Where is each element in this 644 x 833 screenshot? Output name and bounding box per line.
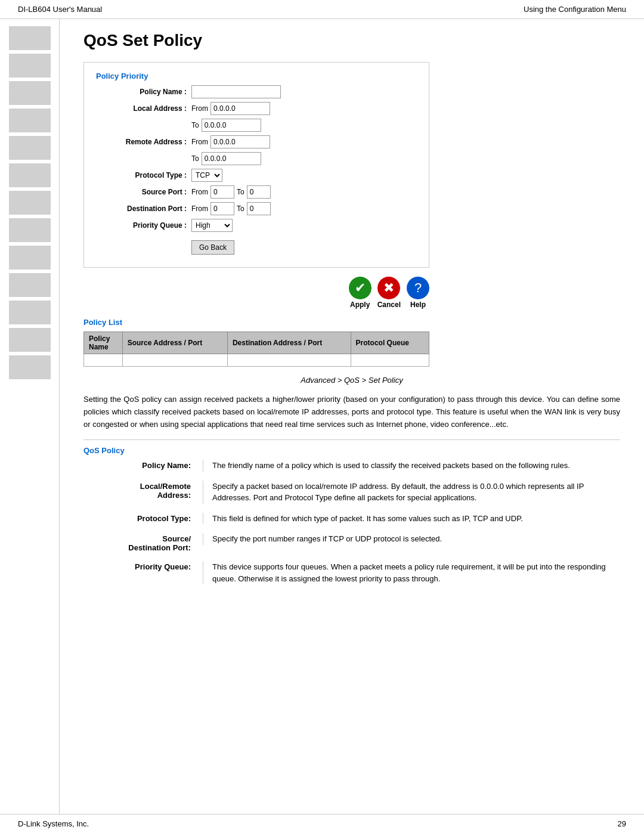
- page-footer: D-Link Systems, Inc. 29: [0, 814, 644, 833]
- policy-list-table: PolicyName Source Address / Port Destina…: [83, 332, 429, 367]
- field-priority-queue: Priority Queue: This device supports fou…: [83, 561, 620, 584]
- sidebar-block-12: [9, 328, 51, 352]
- local-address-label: Local Address :: [96, 104, 191, 113]
- field-local-remote-address: Local/RemoteAddress: Specify a packet ba…: [83, 481, 620, 504]
- sidebar-block-13: [9, 355, 51, 379]
- field-source-dest-desc: Specify the port number ranges if TCP or…: [203, 533, 620, 545]
- sidebar-block-7: [9, 191, 51, 215]
- field-protocol-type: Protocol Type: This field is defined for…: [83, 513, 620, 525]
- footer-left: D-Link Systems, Inc.: [18, 819, 89, 828]
- local-address-from-input[interactable]: [210, 102, 270, 115]
- destination-port-row: Destination Port : From To: [96, 202, 417, 215]
- col-policy-name: PolicyName: [84, 332, 123, 354]
- local-address-to-row: To: [96, 119, 417, 132]
- source-port-to-input[interactable]: [247, 185, 271, 199]
- apply-label: Apply: [350, 301, 370, 309]
- divider: [83, 439, 620, 440]
- breadcrumb: Advanced > QoS > Set Policy: [83, 376, 620, 385]
- policy-name-label: Policy Name :: [96, 88, 191, 96]
- sidebar-block-4: [9, 109, 51, 132]
- local-address-from-row: Local Address : From: [96, 102, 417, 115]
- local-address-to-group: To: [191, 119, 261, 132]
- form-section-title: Policy Priority: [96, 72, 417, 80]
- field-source-dest-label: Source/Destination Port:: [83, 533, 203, 552]
- field-protocol-type-desc: This field is defined for which type of …: [203, 513, 620, 525]
- destination-port-label: Destination Port :: [96, 205, 191, 213]
- remote-address-label: Remote Address :: [96, 138, 191, 146]
- source-port-from-input[interactable]: [210, 185, 234, 199]
- policy-priority-form: Policy Priority Policy Name : Local Addr…: [83, 62, 429, 268]
- table-row-empty: [84, 354, 429, 367]
- field-priority-queue-label: Priority Queue:: [83, 561, 203, 571]
- field-local-remote-label: Local/RemoteAddress:: [83, 481, 203, 500]
- apply-button[interactable]: ✔ Apply: [349, 277, 371, 309]
- action-buttons: ✔ Apply ✖ Cancel ? Help: [83, 277, 429, 309]
- local-address-to-input[interactable]: [202, 119, 261, 132]
- go-back-button[interactable]: Go Back: [191, 240, 234, 255]
- remote-address-from-input[interactable]: [210, 135, 270, 148]
- qos-policy-title: QoS Policy: [83, 446, 620, 455]
- source-port-row: Source Port : From To: [96, 185, 417, 199]
- help-label: Help: [410, 301, 426, 309]
- sidebar-block-5: [9, 136, 51, 160]
- remote-address-to-row: To: [96, 152, 417, 165]
- header-right: Using the Configuration Menu: [524, 5, 626, 14]
- dest-port-from-input[interactable]: [210, 202, 234, 215]
- source-port-label: Source Port :: [96, 188, 191, 196]
- page-header: DI-LB604 User's Manual Using the Configu…: [0, 0, 644, 19]
- cancel-icon: ✖: [377, 277, 400, 299]
- destination-port-group: From To: [191, 202, 271, 215]
- policy-name-input[interactable]: [191, 85, 281, 98]
- sidebar-block-2: [9, 54, 51, 78]
- field-policy-name: Policy Name: The friendly name of a poli…: [83, 460, 620, 472]
- sidebar-block-11: [9, 301, 51, 324]
- policy-name-row: Policy Name :: [96, 85, 417, 98]
- sidebar-block-1: [9, 26, 51, 50]
- sidebar-block-8: [9, 218, 51, 242]
- policy-list-title: Policy List: [83, 318, 620, 327]
- sidebar: [0, 19, 60, 816]
- description-text: Setting the QoS policy can assign receiv…: [83, 394, 620, 431]
- source-port-to-label: To: [237, 188, 244, 196]
- protocol-type-select[interactable]: TCP UDP IP: [191, 169, 222, 182]
- col-source-address: Source Address / Port: [122, 332, 227, 354]
- field-priority-queue-desc: This device supports four queues. When a…: [203, 561, 620, 584]
- remote-to-label: To: [191, 154, 199, 163]
- remote-address-from-group: From: [191, 135, 270, 148]
- col-protocol-queue: Protocol Queue: [351, 332, 429, 354]
- qos-policy-section: QoS Policy Policy Name: The friendly nam…: [83, 446, 620, 584]
- field-local-remote-desc: Specify a packet based on local/remote I…: [203, 481, 620, 504]
- sidebar-block-6: [9, 163, 51, 187]
- dest-port-from-label: From: [191, 205, 208, 213]
- sidebar-block-10: [9, 273, 51, 297]
- help-icon: ?: [407, 277, 429, 299]
- cancel-label: Cancel: [377, 301, 401, 309]
- col-destination-address: Destination Address / Port: [227, 332, 351, 354]
- protocol-type-row: Protocol Type : TCP UDP IP: [96, 169, 417, 182]
- go-back-row: Go Back: [96, 236, 417, 255]
- remote-from-label: From: [191, 138, 208, 146]
- field-protocol-type-label: Protocol Type:: [83, 513, 203, 523]
- local-address-from-group: From: [191, 102, 270, 115]
- remote-address-to-input[interactable]: [202, 152, 261, 165]
- dest-port-to-label: To: [237, 205, 244, 213]
- dest-port-to-input[interactable]: [247, 202, 271, 215]
- policy-list-section: Policy List PolicyName Source Address / …: [83, 318, 620, 367]
- local-from-label: From: [191, 104, 208, 113]
- remote-address-from-row: Remote Address : From: [96, 135, 417, 148]
- priority-queue-row: Priority Queue : High Medium Low Lowest: [96, 219, 417, 232]
- source-port-group: From To: [191, 185, 271, 199]
- help-button[interactable]: ? Help: [407, 277, 429, 309]
- footer-right: 29: [618, 819, 626, 828]
- priority-queue-label: Priority Queue :: [96, 221, 191, 230]
- remote-address-to-group: To: [191, 152, 261, 165]
- protocol-type-label: Protocol Type :: [96, 171, 191, 179]
- cancel-button[interactable]: ✖ Cancel: [377, 277, 401, 309]
- header-left: DI-LB604 User's Manual: [18, 5, 102, 14]
- page-title: QoS Set Policy: [83, 31, 620, 50]
- field-policy-name-label: Policy Name:: [83, 460, 203, 470]
- apply-icon: ✔: [349, 277, 371, 299]
- priority-queue-select[interactable]: High Medium Low Lowest: [191, 219, 233, 232]
- sidebar-block-9: [9, 246, 51, 270]
- local-to-label: To: [191, 121, 199, 129]
